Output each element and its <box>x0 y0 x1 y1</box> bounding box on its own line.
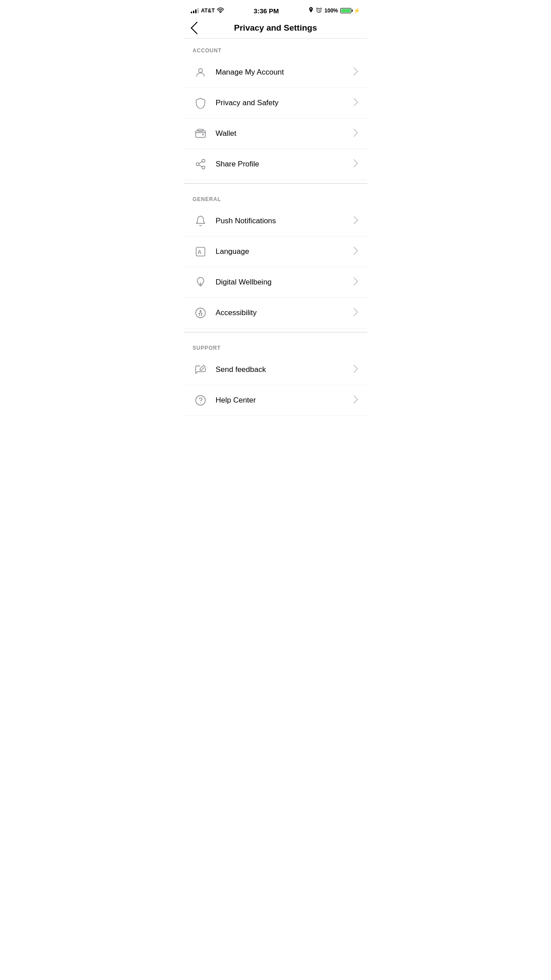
signal-bars <box>191 8 199 13</box>
chevron-right-icon <box>353 277 358 288</box>
bell-icon <box>193 213 209 229</box>
general-section-header: GENERAL <box>184 187 367 206</box>
battery-icon <box>340 8 351 13</box>
manage-account-label: Manage My Account <box>216 68 353 77</box>
status-right: 100% ⚡ <box>308 7 360 15</box>
push-notifications-label: Push Notifications <box>216 217 353 225</box>
accessibility-icon <box>193 305 209 321</box>
status-left: AT&T <box>191 8 224 14</box>
svg-point-0 <box>220 12 221 13</box>
digital-wellbeing-item[interactable]: Digital Wellbeing <box>184 267 367 298</box>
svg-point-7 <box>202 166 205 169</box>
shield-icon <box>193 95 209 111</box>
language-item[interactable]: A Language <box>184 237 367 267</box>
push-notifications-item[interactable]: Push Notifications <box>184 206 367 237</box>
wallet-label: Wallet <box>216 129 353 138</box>
battery-percent: 100% <box>324 8 338 14</box>
general-support-divider <box>184 332 367 332</box>
account-general-divider <box>184 183 367 184</box>
chevron-right-icon <box>353 395 358 406</box>
svg-text:A: A <box>198 249 202 255</box>
chevron-right-icon <box>353 67 358 78</box>
svg-line-9 <box>199 162 202 163</box>
manage-account-item[interactable]: Manage My Account <box>184 57 367 88</box>
privacy-safety-label: Privacy and Safety <box>216 99 353 107</box>
svg-point-2 <box>199 68 203 72</box>
support-section: SUPPORT Send feedback Help Center <box>184 336 367 416</box>
wellbeing-icon <box>193 274 209 290</box>
account-section-header: ACCOUNT <box>184 39 367 57</box>
wallet-icon <box>193 126 209 142</box>
help-icon <box>193 392 209 408</box>
feedback-icon <box>193 362 209 378</box>
general-section: GENERAL Push Notifications A Language <box>184 187 367 328</box>
chevron-right-icon <box>353 308 358 319</box>
svg-rect-4 <box>198 129 204 131</box>
support-section-header: SUPPORT <box>184 336 367 355</box>
privacy-safety-item[interactable]: Privacy and Safety <box>184 88 367 119</box>
accessibility-label: Accessibility <box>216 308 353 317</box>
wallet-item[interactable]: Wallet <box>184 119 367 149</box>
location-icon <box>308 7 314 15</box>
status-time: 3:36 PM <box>254 7 279 15</box>
svg-point-14 <box>196 308 205 318</box>
nav-header: Privacy and Settings <box>184 20 367 39</box>
chevron-right-icon <box>353 159 358 170</box>
help-center-label: Help Center <box>216 396 353 405</box>
send-feedback-label: Send feedback <box>216 365 353 374</box>
svg-rect-3 <box>196 131 205 138</box>
share-profile-item[interactable]: Share Profile <box>184 149 367 180</box>
send-feedback-item[interactable]: Send feedback <box>184 355 367 385</box>
chevron-right-icon <box>353 246 358 257</box>
back-button[interactable] <box>191 22 203 34</box>
help-center-item[interactable]: Help Center <box>184 385 367 416</box>
alarm-icon <box>316 7 322 15</box>
carrier-label: AT&T <box>201 8 215 14</box>
status-bar: AT&T 3:36 PM 100% <box>184 0 367 20</box>
svg-line-8 <box>199 165 202 167</box>
account-section: ACCOUNT Manage My Account Privacy and Sa… <box>184 39 367 180</box>
chevron-right-icon <box>353 364 358 375</box>
page-title: Privacy and Settings <box>234 23 317 33</box>
chevron-right-icon <box>353 128 358 139</box>
back-arrow-icon <box>191 22 203 34</box>
chevron-right-icon <box>353 216 358 227</box>
language-label: Language <box>216 247 353 256</box>
digital-wellbeing-label: Digital Wellbeing <box>216 278 353 287</box>
person-icon <box>193 64 209 80</box>
svg-point-6 <box>196 163 199 166</box>
svg-point-15 <box>200 310 201 312</box>
language-icon: A <box>193 244 209 260</box>
accessibility-item[interactable]: Accessibility <box>184 298 367 328</box>
charging-icon: ⚡ <box>354 8 360 14</box>
share-icon <box>193 156 209 172</box>
chevron-right-icon <box>353 98 358 109</box>
svg-point-5 <box>202 159 205 162</box>
share-profile-label: Share Profile <box>216 160 353 169</box>
wifi-icon <box>217 8 224 14</box>
svg-point-16 <box>196 395 205 405</box>
